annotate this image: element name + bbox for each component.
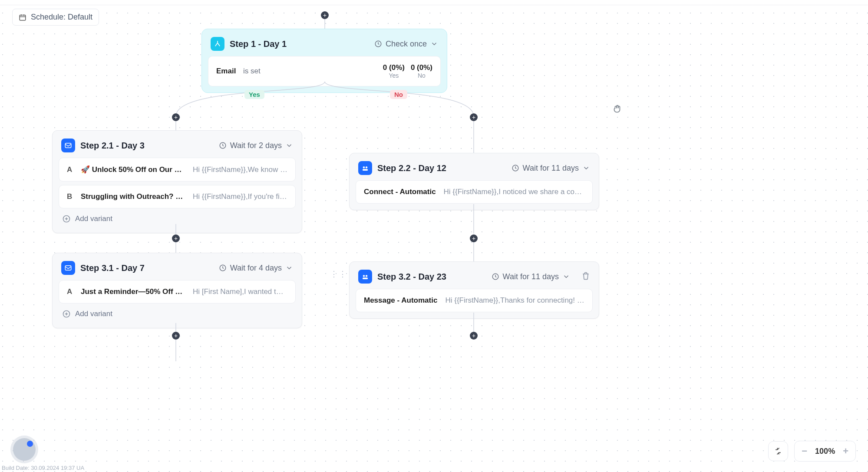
cond-field: Email xyxy=(216,67,236,76)
email-icon xyxy=(61,139,75,152)
step22-node[interactable]: Step 2.2 - Day 12 Wait for 11 days Conne… xyxy=(349,153,599,210)
step1-stats: 0 (0%)Yes 0 (0%)No xyxy=(383,63,432,79)
plus-circle-icon xyxy=(62,215,71,223)
linkedin-icon xyxy=(358,270,372,284)
schedule-label: Schedule: Default xyxy=(31,13,92,22)
zoom-out-button[interactable]: − xyxy=(802,446,807,457)
svg-point-26 xyxy=(363,275,365,277)
clock-icon xyxy=(219,142,227,149)
step1-schedule[interactable]: Check once xyxy=(374,40,438,49)
drag-handle[interactable]: ⋮⋮ xyxy=(330,269,347,279)
svg-rect-8 xyxy=(65,143,71,148)
svg-rect-0 xyxy=(20,15,26,20)
build-stamp: Build Date: 30.09.2024 19:37 UA xyxy=(2,465,84,471)
svg-rect-21 xyxy=(65,266,71,271)
zoom-in-button[interactable]: + xyxy=(843,446,848,457)
add-step-after-22[interactable]: + xyxy=(470,234,478,242)
add-step-no[interactable]: + xyxy=(470,113,478,121)
chat-widget[interactable] xyxy=(13,438,36,461)
chevron-down-icon xyxy=(582,164,590,172)
add-step-after-32[interactable]: + xyxy=(470,332,478,340)
chevron-down-icon xyxy=(285,264,293,272)
svg-point-14 xyxy=(366,166,368,168)
step22-row[interactable]: Connect - Automatic Hi {{FirstName}},I n… xyxy=(356,180,593,204)
svg-point-27 xyxy=(366,275,368,277)
chevron-down-icon xyxy=(562,273,570,281)
add-step-yes[interactable]: + xyxy=(172,113,180,121)
branch-icon xyxy=(211,37,224,51)
cond-op: is set xyxy=(243,67,261,76)
fit-view-button[interactable] xyxy=(768,441,788,461)
step32-row[interactable]: Message - Automatic Hi {{FirstName}},Tha… xyxy=(356,289,593,312)
add-variant-31[interactable]: Add variant xyxy=(59,304,296,322)
step31-node[interactable]: Step 3.1 - Day 7 Wait for 4 days A Just … xyxy=(52,253,302,328)
step32-node[interactable]: Step 3.2 - Day 23 Wait for 11 days Messa… xyxy=(349,261,599,319)
variant-a[interactable]: A Just a Reminder—50% Off Linke... Hi [F… xyxy=(59,280,296,304)
step1-condition-row[interactable]: Email is set 0 (0%)Yes 0 (0%)No xyxy=(208,56,441,86)
chevron-down-icon xyxy=(285,142,293,149)
step22-wait[interactable]: Wait for 11 days xyxy=(512,164,590,173)
clock-icon xyxy=(219,264,227,272)
variant-a[interactable]: A 🚀 Unlock 50% Off on Our Linked... Hi {… xyxy=(59,158,296,182)
linkedin-icon xyxy=(358,161,372,175)
step32-title: Step 3.2 - Day 23 xyxy=(377,272,446,282)
plus-circle-icon xyxy=(62,310,71,318)
step1-title: Step 1 - Day 1 xyxy=(230,39,287,49)
delete-step-button[interactable] xyxy=(581,271,590,282)
variant-b[interactable]: B Struggling with Outreach? 50% ... Hi {… xyxy=(59,185,296,208)
add-step-top[interactable]: + xyxy=(321,11,329,19)
clock-icon xyxy=(374,40,382,48)
zoom-value: 100% xyxy=(815,447,835,456)
step32-wait[interactable]: Wait for 11 days xyxy=(492,272,570,281)
add-variant-21[interactable]: Add variant xyxy=(59,208,296,227)
calendar-icon xyxy=(19,13,26,21)
step21-node[interactable]: Step 2.1 - Day 3 Wait for 2 days A 🚀 Unl… xyxy=(52,130,302,233)
step31-wait[interactable]: Wait for 4 days xyxy=(219,264,293,273)
zoom-control: − 100% + xyxy=(794,441,856,462)
svg-rect-15 xyxy=(363,169,368,171)
pan-cursor-icon xyxy=(612,104,622,116)
step22-title: Step 2.2 - Day 12 xyxy=(377,163,446,173)
schedule-selector[interactable]: Schedule: Default xyxy=(12,9,99,26)
step31-title: Step 3.1 - Day 7 xyxy=(80,263,145,273)
clock-icon xyxy=(492,273,499,281)
email-icon xyxy=(61,261,75,275)
branch-yes-chip: Yes xyxy=(244,90,264,99)
step1-node[interactable]: Step 1 - Day 1 Check once Email is set 0… xyxy=(201,29,447,93)
svg-point-13 xyxy=(363,166,365,168)
step21-wait[interactable]: Wait for 2 days xyxy=(219,141,293,150)
svg-rect-28 xyxy=(363,277,368,279)
branch-no-chip: No xyxy=(390,90,407,99)
chevron-down-icon xyxy=(430,40,438,48)
add-step-after-21[interactable]: + xyxy=(172,234,180,242)
step21-title: Step 2.1 - Day 3 xyxy=(80,141,145,151)
collapse-icon xyxy=(774,447,782,455)
clock-icon xyxy=(512,164,519,172)
add-step-after-31[interactable]: + xyxy=(172,332,180,340)
